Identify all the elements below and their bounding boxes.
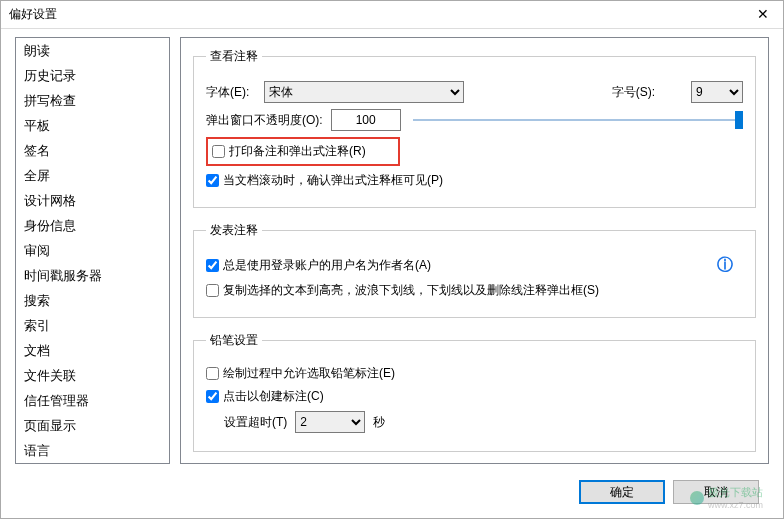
opacity-input[interactable] xyxy=(331,109,401,131)
sidebar-item[interactable]: 信任管理器 xyxy=(16,388,169,413)
click-create-checkbox[interactable] xyxy=(206,390,219,403)
sidebar-item[interactable]: 文件关联 xyxy=(16,363,169,388)
highlight-box: 打印备注和弹出式注释(R) xyxy=(206,137,400,166)
sidebar-item[interactable]: 审阅 xyxy=(16,238,169,263)
print-popup-checkbox-label[interactable]: 打印备注和弹出式注释(R) xyxy=(212,143,366,160)
allow-select-label[interactable]: 绘制过程中允许选取铅笔标注(E) xyxy=(206,365,395,382)
click-create-label[interactable]: 点击以创建标注(C) xyxy=(206,388,324,405)
sidebar-item[interactable]: 时间戳服务器 xyxy=(16,263,169,288)
copy-highlight-label[interactable]: 复制选择的文本到高亮，波浪下划线，下划线以及删除线注释弹出框(S) xyxy=(206,282,599,299)
category-sidebar[interactable]: 朗读 历史记录 拼写检查 平板 签名 全屏 设计网格 身份信息 审阅 时间戳服务… xyxy=(15,37,170,464)
sidebar-item[interactable]: 全屏 xyxy=(16,163,169,188)
ok-button[interactable]: 确定 xyxy=(579,480,665,504)
slider-thumb[interactable] xyxy=(735,111,743,129)
cancel-button[interactable]: 取消 xyxy=(673,480,759,504)
sidebar-item[interactable]: 设计网格 xyxy=(16,188,169,213)
sidebar-item[interactable]: 阅读 xyxy=(16,463,169,464)
timeout-select[interactable]: 2 xyxy=(295,411,365,433)
content-area: 朗读 历史记录 拼写检查 平板 签名 全屏 设计网格 身份信息 审阅 时间戳服务… xyxy=(1,29,783,472)
timeout-label: 设置超时(T) xyxy=(224,414,287,431)
info-icon[interactable]: ⓘ xyxy=(717,255,733,276)
titlebar: 偏好设置 ✕ xyxy=(1,1,783,29)
ensure-visible-checkbox[interactable] xyxy=(206,174,219,187)
sidebar-item[interactable]: 历史记录 xyxy=(16,63,169,88)
sidebar-item[interactable]: 拼写检查 xyxy=(16,88,169,113)
footer: 确定 取消 极光下载站 www.xz7.com xyxy=(1,472,783,512)
view-comments-legend: 查看注释 xyxy=(206,48,262,65)
post-comments-legend: 发表注释 xyxy=(206,222,262,239)
use-login-name-label[interactable]: 总是使用登录账户的用户名为作者名(A) xyxy=(206,257,431,274)
sidebar-item[interactable]: 索引 xyxy=(16,313,169,338)
window-title: 偏好设置 xyxy=(9,6,57,23)
post-comments-group: 发表注释 总是使用登录账户的用户名为作者名(A) ⓘ 复制选择的文本到高亮，波浪… xyxy=(193,222,756,318)
settings-panel: 查看注释 字体(E): 宋体 字号(S): 9 弹出窗口不透明度(O): xyxy=(180,37,769,464)
allow-select-checkbox[interactable] xyxy=(206,367,219,380)
timeout-unit: 秒 xyxy=(373,414,385,431)
opacity-label: 弹出窗口不透明度(O): xyxy=(206,112,323,129)
ensure-visible-checkbox-label[interactable]: 当文档滚动时，确认弹出式注释框可见(P) xyxy=(206,172,443,189)
main-panel-wrapper: 查看注释 字体(E): 宋体 字号(S): 9 弹出窗口不透明度(O): xyxy=(170,29,783,472)
sidebar-item[interactable]: 文档 xyxy=(16,338,169,363)
pencil-legend: 铅笔设置 xyxy=(206,332,262,349)
view-comments-group: 查看注释 字体(E): 宋体 字号(S): 9 弹出窗口不透明度(O): xyxy=(193,48,756,208)
size-label: 字号(S): xyxy=(612,84,655,101)
close-button[interactable]: ✕ xyxy=(743,1,783,29)
sidebar-item[interactable]: 身份信息 xyxy=(16,213,169,238)
size-select[interactable]: 9 xyxy=(691,81,743,103)
font-select[interactable]: 宋体 xyxy=(264,81,464,103)
sidebar-item[interactable]: 签名 xyxy=(16,138,169,163)
copy-highlight-checkbox[interactable] xyxy=(206,284,219,297)
sidebar-item[interactable]: 朗读 xyxy=(16,38,169,63)
use-login-name-checkbox[interactable] xyxy=(206,259,219,272)
opacity-slider[interactable] xyxy=(413,110,743,130)
sidebar-item[interactable]: 页面显示 xyxy=(16,413,169,438)
print-popup-checkbox[interactable] xyxy=(212,145,225,158)
sidebar-item[interactable]: 平板 xyxy=(16,113,169,138)
sidebar-item[interactable]: 语言 xyxy=(16,438,169,463)
sidebar-item[interactable]: 搜索 xyxy=(16,288,169,313)
pencil-group: 铅笔设置 绘制过程中允许选取铅笔标注(E) 点击以创建标注(C) 设置超时(T) xyxy=(193,332,756,452)
font-label: 字体(E): xyxy=(206,84,256,101)
